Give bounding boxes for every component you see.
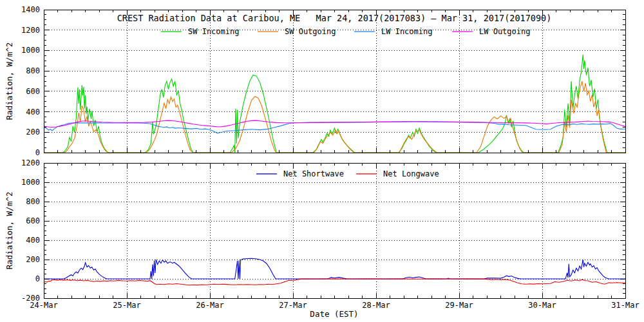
y-tick-label: 200 <box>26 128 40 137</box>
x-axis-label: Date (EST) <box>310 309 358 319</box>
series-lw-outgoing <box>44 120 625 128</box>
y-tick-label: 1000 <box>21 46 40 55</box>
x-tick-label: 24-Mar <box>30 301 57 310</box>
y-tick-label: 1400 <box>21 5 40 14</box>
x-tick-label: 28-Mar <box>362 301 390 310</box>
x-tick-label: 30-Mar <box>528 301 556 310</box>
radiation-chart-figure: CREST Radiation Data at Caribou, ME Mar … <box>0 0 644 322</box>
legend-label-net-shortwave: Net Shortwave <box>283 169 344 178</box>
legend-label-net-longwave: Net Longwave <box>383 169 439 178</box>
y-tick-label: 1200 <box>21 26 40 35</box>
y-tick-label: 200 <box>26 255 40 264</box>
y-tick-label: 400 <box>26 108 40 117</box>
series-net-shortwave <box>44 258 625 279</box>
y-tick-label: 800 <box>26 66 40 75</box>
y-axis-label-bottom: Radiation, W/m^2 <box>5 192 14 269</box>
x-tick-label: 31-Mar <box>611 301 639 310</box>
legend-label-lw-incoming: LW Incoming <box>381 27 432 36</box>
y-tick-label: 600 <box>26 216 40 225</box>
series-sw-incoming <box>44 55 625 153</box>
y-tick-label: 0 <box>35 274 40 283</box>
x-tick-label: 29-Mar <box>445 301 473 310</box>
chart-title: CREST Radiation Data at Caribou, ME Mar … <box>117 13 552 23</box>
y-tick-label: 1200 <box>21 158 40 167</box>
series-sw-outgoing <box>44 81 625 153</box>
x-tick-label: 27-Mar <box>279 301 307 310</box>
x-tick-label: 26-Mar <box>196 301 223 310</box>
y-tick-label: 1000 <box>21 178 40 187</box>
x-tick-label: 25-Mar <box>113 301 140 310</box>
legend-label-sw-incoming: SW Incoming <box>188 27 239 36</box>
y-tick-label: 800 <box>26 197 40 206</box>
panel-net-radiation: -20002004006008001000120024-Mar25-Mar26-… <box>21 158 639 310</box>
panel-radiation-components: 0200400600800100012001400SW IncomingSW O… <box>21 5 625 157</box>
legend-label-lw-outgoing: LW Outgoing <box>479 27 530 36</box>
y-axis-label-top: Radiation, W/m^2 <box>5 43 14 120</box>
legend-label-sw-outgoing: SW Outgoing <box>285 27 336 36</box>
radiation-chart: CREST Radiation Data at Caribou, ME Mar … <box>0 0 644 322</box>
y-tick-label: 600 <box>26 87 40 96</box>
series-net-longwave <box>44 279 625 285</box>
y-tick-label: 0 <box>35 148 40 157</box>
y-tick-label: 400 <box>26 236 40 245</box>
